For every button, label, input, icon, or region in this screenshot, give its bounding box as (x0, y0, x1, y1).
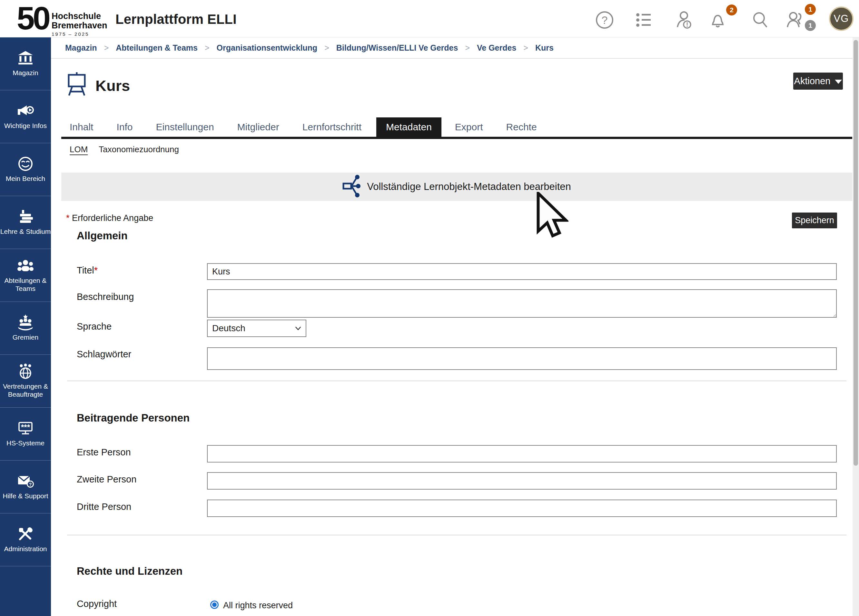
tab-metadaten[interactable]: Metadaten (376, 117, 442, 137)
section-heading-rechte: Rechte und Lizenzen (77, 565, 183, 577)
sidebar-item-wichtige-infos[interactable]: Wichtige Infos (0, 90, 51, 143)
monitor-icon: *** (17, 421, 34, 436)
mail-question-icon: ? (17, 474, 34, 489)
breadcrumb-separator: > (465, 43, 470, 53)
notifications-badge: 2 (726, 5, 737, 16)
edit-full-metadata-banner[interactable]: Vollständige Lernobjekt-Metadaten bearbe… (61, 172, 852, 201)
dritte-person-input[interactable] (207, 500, 837, 517)
megaphone-icon (17, 103, 34, 119)
required-note: * Erforderliche Angabe (66, 213, 153, 223)
erste-person-input[interactable] (207, 445, 837, 463)
sidebar-item-administration[interactable]: Administration (0, 513, 51, 566)
tab-bar: Inhalt Info Einstellungen Mitglieder Ler… (70, 117, 560, 137)
smiley-icon (17, 156, 34, 172)
copyright-label: Copyright (77, 599, 117, 609)
app-title: Lernplattform ELLI (116, 12, 237, 27)
tab-underline (61, 137, 852, 139)
sprache-label: Sprache (77, 321, 112, 332)
logo-50: 50 (17, 2, 49, 34)
erste-person-label: Erste Person (77, 447, 131, 458)
tab-lernfortschritt[interactable]: Lernfortschritt (303, 117, 361, 137)
subtab-taxonomiezuordnung[interactable]: Taxonomiezuordnung (99, 144, 179, 155)
breadcrumb-separator: > (324, 43, 329, 53)
sidebar-item-lehre-studium[interactable]: Lehre & Studium (0, 196, 51, 249)
contacts-icon[interactable]: 1 1 (786, 10, 806, 30)
books-icon (17, 209, 34, 225)
breadcrumb-item[interactable]: Bildung/Wissen/ELLI Ve Gerdes (336, 43, 458, 53)
avatar[interactable]: VG (829, 6, 854, 31)
user-alert-icon[interactable]: ! (675, 10, 694, 30)
logo-years: 1975 – 2025 (52, 31, 108, 37)
subtab-bar: LOM Taxonomiezuordnung (70, 144, 179, 155)
tab-info[interactable]: Info (116, 117, 133, 137)
section-divider (67, 535, 847, 535)
tab-einstellungen[interactable]: Einstellungen (156, 117, 214, 137)
breadcrumb-item[interactable]: Magazin (65, 43, 97, 53)
titel-input[interactable] (207, 263, 837, 280)
breadcrumb-item[interactable]: Ve Gerdes (477, 43, 516, 53)
tab-rechte[interactable]: Rechte (506, 117, 537, 137)
chevron-down-icon (295, 327, 301, 330)
logo-name-2: Bremerhaven (52, 21, 108, 30)
sidebar-item-mein-bereich[interactable]: Mein Bereich (0, 143, 51, 196)
sidebar-item-abteilungen-teams[interactable]: Abteilungen & Teams (0, 249, 51, 302)
scrollbar-thumb[interactable] (854, 40, 858, 466)
beschreibung-label: Beschreibung (77, 292, 134, 302)
svg-text:?: ? (29, 482, 32, 487)
breadcrumb-separator: > (205, 43, 209, 53)
breadcrumb-separator: > (523, 43, 528, 53)
mouse-cursor (536, 192, 569, 242)
bank-icon (17, 50, 34, 66)
zweite-person-input[interactable] (207, 472, 837, 489)
sidebar-item-hilfe-support[interactable]: ? Hilfe & Support (0, 461, 51, 513)
contacts-badge-top: 1 (805, 4, 816, 15)
sidebar-item-vertretungen[interactable]: Vertretungen & Beauftragte (0, 355, 51, 408)
copyright-radio-label: All rights reserved (223, 600, 293, 611)
globe-people-icon (17, 364, 34, 379)
actions-button[interactable]: Aktionen (793, 73, 843, 90)
notifications-bell-icon[interactable]: 2 (708, 10, 728, 30)
section-divider (67, 381, 847, 381)
edit-full-metadata-link[interactable]: Vollständige Lernobjekt-Metadaten bearbe… (367, 181, 571, 192)
section-heading-allgemein: Allgemein (77, 230, 128, 242)
breadcrumb-item[interactable]: Abteilungen & Teams (116, 43, 198, 53)
titel-label: Titel* (77, 265, 98, 276)
subtab-lom[interactable]: LOM (70, 144, 88, 155)
breadcrumb: Magazin > Abteilungen & Teams > Organisa… (51, 38, 853, 59)
beschreibung-textarea[interactable] (207, 289, 837, 318)
logo-name-1: Hochschule (52, 12, 108, 21)
tab-export[interactable]: Export (455, 117, 483, 137)
people-star-hand-icon (17, 315, 34, 330)
share-nodes-icon (342, 173, 361, 200)
list-icon[interactable] (634, 10, 653, 30)
caret-down-icon (835, 80, 842, 84)
copyright-radio-selected[interactable] (210, 600, 219, 609)
university-logo: 50 Hochschule Bremerhaven 1975 – 2025 (17, 3, 114, 36)
svg-text:***: *** (21, 423, 30, 432)
breadcrumb-item[interactable]: Organisationsentwicklung (217, 43, 318, 53)
section-heading-beitragende: Beitragende Personen (77, 412, 190, 424)
svg-text:?: ? (602, 14, 608, 26)
sidebar-item-hs-systeme[interactable]: *** HS-Systeme (0, 408, 51, 461)
help-icon[interactable]: ? (595, 10, 614, 30)
svg-text:!: ! (686, 21, 689, 28)
course-easel-icon (66, 72, 87, 98)
contacts-badge-bottom: 1 (805, 20, 816, 31)
sprache-select[interactable]: Deutsch (207, 320, 306, 337)
sidebar-item-gremien[interactable]: Gremien (0, 302, 51, 355)
people-group-icon (17, 258, 34, 274)
breadcrumb-item[interactable]: Kurs (535, 43, 554, 53)
page-title: Kurs (95, 77, 130, 94)
schlagwoerter-label: Schlagwörter (77, 349, 131, 360)
zweite-person-label: Zweite Person (77, 474, 136, 485)
schlagwoerter-input[interactable] (207, 347, 837, 370)
tools-icon (17, 526, 34, 542)
tab-mitglieder[interactable]: Mitglieder (237, 117, 279, 137)
sidebar-item-magazin[interactable]: Magazin (0, 38, 51, 90)
dritte-person-label: Dritte Person (77, 502, 131, 512)
tab-inhalt[interactable]: Inhalt (70, 117, 93, 137)
top-header: 50 Hochschule Bremerhaven 1975 – 2025 Le… (0, 0, 859, 38)
search-icon[interactable] (751, 10, 770, 30)
save-button[interactable]: Speichern (792, 213, 837, 228)
scrollbar-track[interactable] (853, 38, 859, 616)
